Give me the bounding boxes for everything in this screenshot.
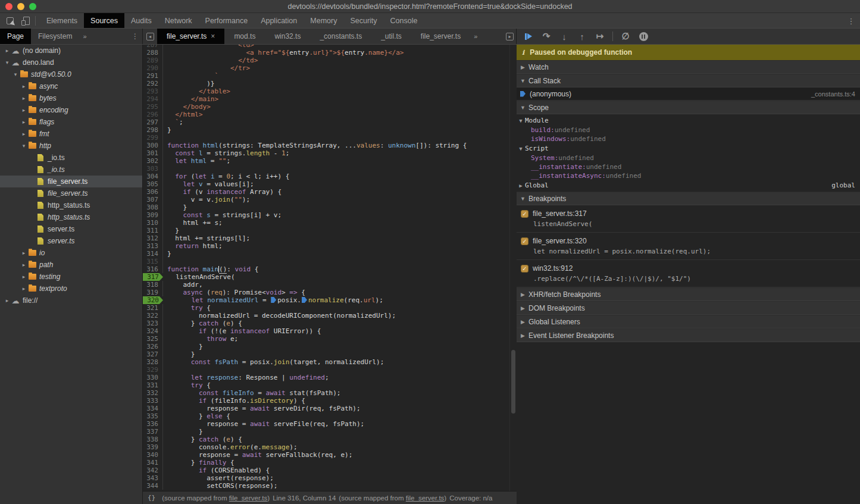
code-line-text[interactable]: } finally { — [163, 459, 234, 467]
scope-variable[interactable]: isWindows: undefined — [517, 134, 860, 143]
tree-item-file[interactable]: ▸☁file:// — [0, 295, 142, 306]
code-line-305[interactable]: 305 let v = values[i]; — [143, 180, 509, 188]
breakpoint-entry[interactable]: ✓win32.ts:912.replace(/^\/*([A-Za-z]:)(\… — [517, 260, 860, 287]
code-line-297[interactable]: 297 `; — [143, 118, 509, 126]
code-line-text[interactable]: } — [163, 250, 171, 258]
code-line-text[interactable] — [163, 366, 167, 374]
tree-item-file-server-ts[interactable]: file_server.ts — [0, 187, 142, 199]
code-line-320[interactable]: 320 let normalizedUrl = posix.normalize(… — [143, 296, 509, 304]
scope-group-global[interactable]: ▶Globalglobal — [517, 180, 860, 190]
line-number[interactable]: 293 — [143, 87, 163, 95]
line-number[interactable]: 300 — [143, 142, 163, 149]
code-line-294[interactable]: 294 </main> — [143, 95, 509, 103]
tree-item-deno-land[interactable]: ▾☁deno.land — [0, 57, 142, 68]
tree-item-path[interactable]: ▸path — [0, 259, 142, 271]
code-line-text[interactable]: } — [163, 428, 203, 436]
breakpoint-checkbox[interactable]: ✓ — [521, 237, 528, 245]
code-line-text[interactable]: const l = strings.length - 1; — [163, 149, 289, 157]
section-event-listener-breakpoints[interactable]: ▶Event Listener Breakpoints — [517, 328, 860, 342]
code-line-341[interactable]: 341 } finally { — [143, 459, 509, 467]
section-watch[interactable]: ▶Watch — [517, 60, 860, 74]
editor-tab-constants-ts-3[interactable]: _constants.ts — [310, 29, 371, 44]
code-line-292[interactable]: 292 )} — [143, 80, 509, 87]
code-line-text[interactable]: } — [163, 343, 203, 350]
collapsed-arrow-icon[interactable]: ▸ — [20, 286, 27, 292]
line-number[interactable]: 332 — [143, 389, 163, 397]
code-line-309[interactable]: 309 const s = strings[i] + v; — [143, 211, 509, 219]
tree-item-textproto[interactable]: ▸textproto — [0, 283, 142, 295]
scope-variable[interactable]: System: undefined — [517, 154, 860, 162]
collapsed-arrow-icon[interactable]: ▸ — [20, 262, 27, 268]
collapsed-arrow-icon[interactable]: ▸ — [20, 119, 27, 125]
line-number[interactable]: 323 — [143, 320, 163, 327]
line-number[interactable]: 333 — [143, 397, 163, 405]
code-line-text[interactable]: ` — [163, 72, 218, 80]
line-number[interactable]: 312 — [143, 234, 163, 242]
code-line-text[interactable]: let response: Response | undefined; — [163, 374, 329, 381]
breakpoint-checkbox[interactable]: ✓ — [521, 210, 528, 218]
device-toolbar-icon[interactable] — [18, 14, 33, 27]
code-line-301[interactable]: 301 const l = strings.length - 1; — [143, 149, 509, 157]
line-number[interactable]: 294 — [143, 95, 163, 103]
collapsed-arrow-icon[interactable]: ▸ — [4, 298, 11, 303]
code-line-text[interactable]: if (v instanceof Array) { — [163, 188, 282, 196]
line-number[interactable]: 298 — [143, 126, 163, 134]
code-line-text[interactable]: </body> — [163, 103, 211, 111]
pause-on-exceptions-icon[interactable] — [636, 30, 651, 42]
code-editor[interactable]: 287 <td>288 <a href="${entry.url}">${ent… — [143, 45, 517, 491]
code-line-304[interactable]: 304 for (let i = 0; i < l; i++) { — [143, 173, 509, 180]
collapsed-arrow-icon[interactable]: ▸ — [20, 107, 27, 113]
section-call-stack[interactable]: ▼Call Stack — [517, 74, 860, 87]
line-number[interactable]: 287 — [143, 45, 163, 49]
code-line-text[interactable]: response = await serveFile(req, fsPath); — [163, 420, 364, 428]
navigator-tab-filesystem[interactable]: Filesystem — [31, 29, 79, 44]
code-line-text[interactable]: throw e; — [163, 335, 238, 343]
code-line-331[interactable]: 331 try { — [143, 381, 509, 389]
line-number[interactable]: 314 — [143, 250, 163, 258]
code-line-text[interactable]: try { — [163, 304, 211, 312]
code-line-321[interactable]: 321 try { — [143, 304, 509, 312]
tree-item-encoding[interactable]: ▸encoding — [0, 104, 142, 116]
line-number[interactable]: 342 — [143, 467, 163, 474]
line-number[interactable]: 328 — [143, 358, 163, 366]
code-line-288[interactable]: 288 <a href="${entry.url}">${entry.name}… — [143, 49, 509, 57]
code-line-text[interactable]: response = await serveDir(req, fsPath); — [163, 405, 361, 412]
code-line-318[interactable]: 318 addr, — [143, 281, 509, 289]
code-line-293[interactable]: 293 </table> — [143, 87, 509, 95]
close-tab-icon[interactable]: × — [211, 32, 215, 40]
breakpoint-entry[interactable]: ✓file_server.ts:317listenAndServe( — [517, 205, 860, 233]
code-line-text[interactable]: if (fileInfo.isDirectory) { — [163, 397, 305, 405]
line-number[interactable]: 306 — [143, 188, 163, 196]
step-out-icon[interactable]: ↑ — [575, 30, 589, 42]
section-xhr-fetch-breakpoints[interactable]: ▶XHR/fetch Breakpoints — [517, 287, 860, 301]
line-number[interactable]: 288 — [143, 49, 163, 57]
line-number[interactable]: 319 — [143, 289, 163, 296]
code-line-text[interactable]: } — [163, 350, 195, 358]
line-number[interactable]: 327 — [143, 350, 163, 358]
code-line-323[interactable]: 323 } catch (e) { — [143, 320, 509, 327]
code-line-text[interactable]: } — [163, 126, 171, 134]
code-line-text[interactable]: if (!(e instanceof URIError)) { — [163, 327, 321, 335]
line-number[interactable]: 331 — [143, 381, 163, 389]
scope-group-script[interactable]: ▼Script — [517, 143, 860, 154]
section-scope[interactable]: ▼Scope — [517, 101, 860, 114]
line-number[interactable]: 290 — [143, 64, 163, 72]
line-number[interactable]: 334 — [143, 405, 163, 412]
line-number[interactable]: 343 — [143, 474, 163, 482]
code-line-344[interactable]: 344 setCORS(response); — [143, 482, 509, 490]
line-number[interactable]: 318 — [143, 281, 163, 289]
line-number[interactable]: 315 — [143, 258, 163, 265]
code-line-text[interactable]: </html> — [163, 111, 203, 118]
code-line-338[interactable]: 338 } catch (e) { — [143, 436, 509, 443]
line-number[interactable]: 303 — [143, 165, 163, 173]
code-line-text[interactable]: } catch (e) { — [163, 436, 242, 443]
code-line-334[interactable]: 334 response = await serveDir(req, fsPat… — [143, 405, 509, 412]
collapsed-arrow-icon[interactable]: ▸ — [20, 83, 27, 89]
code-line-319[interactable]: 319 async (req): Promise<void> => { — [143, 289, 509, 296]
line-number[interactable]: 297 — [143, 118, 163, 126]
step-into-icon[interactable]: ↓ — [557, 30, 571, 42]
line-number[interactable]: 316 — [143, 265, 163, 273]
code-line-text[interactable]: let html = ""; — [163, 157, 230, 165]
line-number[interactable]: 291 — [143, 72, 163, 80]
sidebar-overflow-icon[interactable]: » — [79, 29, 90, 44]
